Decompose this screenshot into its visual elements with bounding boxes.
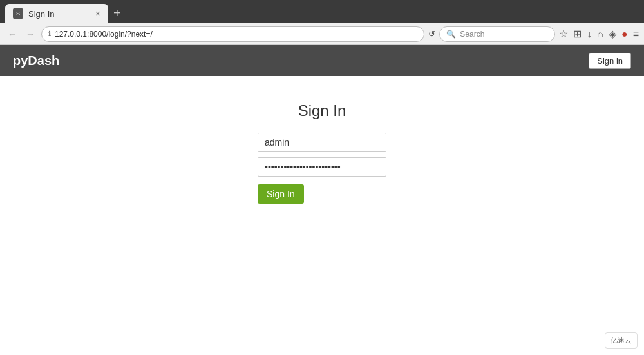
search-icon: 🔍 (446, 30, 456, 39)
tab-label: Sign In (28, 9, 90, 19)
download-icon[interactable]: ↓ (587, 28, 592, 40)
signin-title: Sign In (298, 102, 346, 120)
tab-favicon: S (13, 8, 23, 19)
toolbar-icons: ☆ ⊞ ↓ ⌂ ◈ ● ≡ (559, 28, 639, 40)
username-input[interactable] (258, 133, 386, 152)
browser-chrome: S Sign In × + ← → ℹ 127.0.0.1:8000/login… (0, 0, 644, 45)
browser-tab[interactable]: S Sign In × (5, 4, 108, 23)
reader-icon[interactable]: ⊞ (573, 28, 582, 40)
address-bar: ← → ℹ 127.0.0.1:8000/login/?next=/ ↺ 🔍 S… (0, 23, 644, 45)
back-button[interactable]: ← (5, 28, 19, 41)
search-bar[interactable]: 🔍 Search (439, 26, 555, 42)
url-info-icon: ℹ (48, 30, 51, 38)
app-navbar: pyDash Sign in (0, 45, 644, 76)
pocket-icon[interactable]: ◈ (609, 28, 616, 40)
search-placeholder: Search (460, 30, 484, 39)
app-brand: pyDash (13, 53, 59, 68)
bookmark-icon[interactable]: ☆ (559, 28, 568, 40)
watermark: 亿速云 (605, 332, 638, 349)
app-signin-nav-button[interactable]: Sign in (589, 53, 631, 69)
firefox-icon[interactable]: ● (621, 28, 628, 40)
tab-close-icon[interactable]: × (95, 9, 100, 18)
menu-icon[interactable]: ≡ (633, 28, 639, 40)
signin-submit-button[interactable]: Sign In (258, 184, 304, 204)
main-content: Sign In Sign In (0, 76, 644, 355)
signin-form: Sign In (258, 133, 386, 204)
tab-bar: S Sign In × + (0, 0, 644, 23)
url-bar[interactable]: ℹ 127.0.0.1:8000/login/?next=/ (41, 26, 424, 42)
password-input[interactable] (258, 157, 386, 177)
new-tab-button[interactable]: + (113, 6, 121, 19)
reload-button[interactable]: ↺ (428, 29, 435, 39)
url-text: 127.0.0.1:8000/login/?next=/ (55, 30, 417, 39)
home-icon[interactable]: ⌂ (597, 28, 603, 40)
forward-button[interactable]: → (23, 28, 37, 41)
